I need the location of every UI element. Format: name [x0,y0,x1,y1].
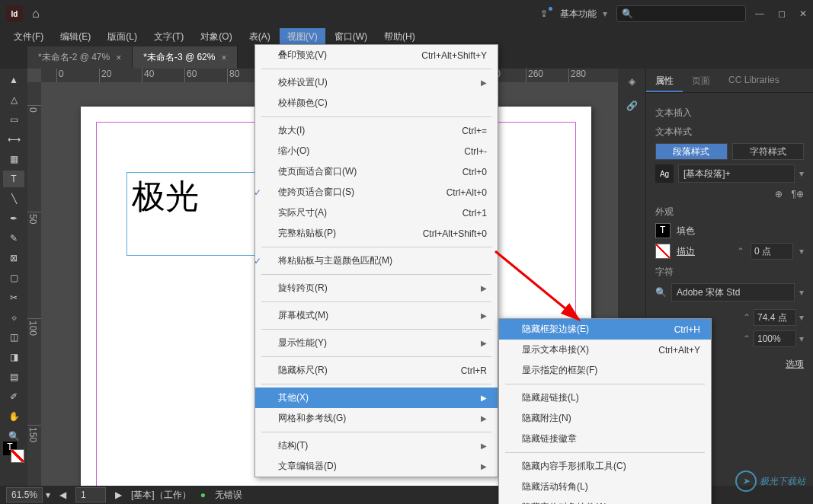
rectangle-tool[interactable]: ▢ [3,270,24,286]
document-tab[interactable]: *未命名-3 @ 62%× [133,46,238,69]
text-frame[interactable]: 极光 [126,172,271,256]
menu-item[interactable]: ✓使跨页适合窗口(S)Ctrl+Alt+0 [255,182,498,203]
scissors-tool[interactable]: ✂ [3,289,24,306]
workspace-dropdown-icon[interactable]: ▾ [603,8,607,19]
workspace-label[interactable]: 基本功能 [560,8,597,21]
stroke-label[interactable]: 描边 [677,245,695,258]
text-content[interactable]: 极光 [127,173,270,221]
dropdown-icon[interactable]: ▾ [799,333,804,344]
menu-item[interactable]: ✓将粘贴板与主题颜色匹配(M) [255,250,498,271]
dropdown-icon[interactable]: ▾ [799,246,804,257]
tab-close-icon[interactable]: × [221,53,226,63]
search-input[interactable]: 🔍 [616,5,746,22]
stroke-weight-input[interactable]: 0 点 [751,243,793,260]
base-style-dropdown[interactable]: [基本段落]+ [678,164,795,183]
menu-5[interactable]: 表(A) [242,28,278,46]
para-options-icon[interactable]: ¶⊕ [792,189,804,199]
page-tool[interactable]: ▭ [3,111,24,128]
minimize-icon[interactable]: — [755,8,764,19]
menu-item[interactable]: 显示指定的框架(F) [499,360,711,381]
maximize-icon[interactable]: ◻ [778,8,786,19]
menu-item[interactable]: 隐藏标尺(R)Ctrl+R [255,360,498,381]
home-icon[interactable]: ⌂ [32,7,40,21]
note-tool[interactable]: ▤ [3,368,24,385]
menu-item[interactable]: 结构(T)▶ [255,435,498,456]
menu-item[interactable]: 校样设置(U)▶ [255,72,498,93]
fill-stroke-tool[interactable]: T [3,442,24,463]
gradient-swatch-tool[interactable]: ◫ [3,329,24,346]
stepper-icon[interactable]: ⌃ [743,312,751,323]
selection-tool[interactable]: ▲ [3,72,24,88]
menu-item[interactable]: 隐藏附注(N) [499,408,711,429]
menu-item[interactable]: 隐藏框架边缘(E)Ctrl+H [499,319,711,340]
menu-item[interactable]: 旋转跨页(R)▶ [255,278,498,298]
menu-item[interactable]: 隐藏活动转角(L) [499,477,711,497]
menu-item[interactable]: 缩小(O)Ctrl+- [255,141,498,161]
links-panel-icon[interactable]: 🔗 [622,97,642,114]
scale-input[interactable]: 100% [754,330,796,347]
direct-selection-tool[interactable]: △ [3,91,24,108]
menu-item[interactable]: 其他(X)▶ [255,388,498,408]
tab-close-icon[interactable]: × [116,53,121,63]
menu-7[interactable]: 窗口(W) [327,28,375,46]
rectangle-frame-tool[interactable]: ⊠ [3,250,24,266]
menu-item[interactable]: 文章编辑器(D)▶ [255,456,498,477]
menu-item[interactable]: 隐藏超链接(L) [499,388,711,408]
font-dropdown[interactable]: Adobe 宋体 Std [671,283,795,301]
zoom-input[interactable]: 61.5% [6,487,43,502]
content-collector-tool[interactable]: ▦ [3,151,24,167]
dropdown-icon[interactable]: ▾ [799,168,804,179]
close-icon[interactable]: ✕ [799,8,807,19]
font-size-input[interactable]: 74.4 点 [754,309,796,326]
stepper-icon[interactable]: ⌃ [743,333,751,344]
menu-item[interactable]: 完整粘贴板(P)Ctrl+Alt+Shift+0 [255,223,498,244]
menu-0[interactable]: 文件(F) [6,28,51,46]
menu-item[interactable]: 隐藏链接徽章 [499,429,711,449]
hand-tool[interactable]: ✋ [3,408,24,425]
menu-item[interactable]: 放大(I)Ctrl+= [255,120,498,141]
menu-item[interactable]: 显示文本串接(X)Ctrl+Alt+Y [499,340,711,360]
character-style-button[interactable]: 字符样式 [732,143,805,160]
page-input[interactable]: 1 [75,487,106,502]
menu-item[interactable]: 网格和参考线(G)▶ [255,408,498,429]
panel-tab[interactable]: CC Libraries [719,69,789,92]
zoom-dropdown-icon[interactable]: ▾ [46,490,50,500]
stroke-swatch[interactable] [655,244,671,259]
page-next-icon[interactable]: ▶ [115,490,122,500]
share-icon[interactable]: ⇪ [540,8,548,19]
paragraph-style-button[interactable]: 段落样式 [655,143,728,160]
menu-3[interactable]: 文字(T) [146,28,191,46]
pen-tool[interactable]: ✒ [3,210,24,227]
dropdown-icon[interactable]: ▾ [799,287,804,298]
eyedropper-tool[interactable]: ✐ [3,388,24,405]
dropdown-icon[interactable]: ▾ [799,312,804,323]
menu-item[interactable]: 屏幕模式(M)▶ [255,305,498,326]
type-tool[interactable]: T [3,171,24,187]
menu-item[interactable]: 使页面适合窗口(W)Ctrl+0 [255,161,498,182]
menu-item[interactable]: 隐藏内容手形抓取工具(C) [499,456,711,477]
menu-item[interactable]: 校样颜色(C) [255,93,498,113]
layers-panel-icon[interactable]: ◈ [622,73,642,90]
menu-8[interactable]: 帮助(H) [376,28,423,46]
menu-item[interactable]: 隐藏定位对象控件(A) [499,497,711,504]
stroke-stepper[interactable]: ⌃ [737,246,744,257]
gap-tool[interactable]: ⟷ [3,131,24,148]
gradient-feather-tool[interactable]: ◨ [3,349,24,365]
menu-6[interactable]: 视图(V) [280,28,325,46]
panel-tab[interactable]: 页面 [683,69,719,92]
pencil-tool[interactable]: ✎ [3,230,24,247]
menu-item[interactable]: 实际尺寸(A)Ctrl+1 [255,203,498,223]
document-tab[interactable]: *未命名-2 @ 47%× [27,46,133,69]
menu-item[interactable]: 叠印预览(V)Ctrl+Alt+Shift+Y [255,45,498,65]
menu-1[interactable]: 编辑(E) [53,28,98,46]
panel-tab[interactable]: 属性 [646,69,683,92]
menu-item[interactable]: 显示性能(Y)▶ [255,333,498,353]
menu-4[interactable]: 对象(O) [193,28,239,46]
new-style-icon[interactable]: ⊕ [775,189,783,199]
menu-2[interactable]: 版面(L) [100,28,145,46]
line-tool[interactable]: ╲ [3,190,24,207]
page-prev-icon[interactable]: ◀ [59,490,66,500]
free-transform-tool[interactable]: ⟐ [3,309,24,326]
options-link[interactable]: 选项 [786,359,804,369]
fill-swatch[interactable] [655,223,671,238]
